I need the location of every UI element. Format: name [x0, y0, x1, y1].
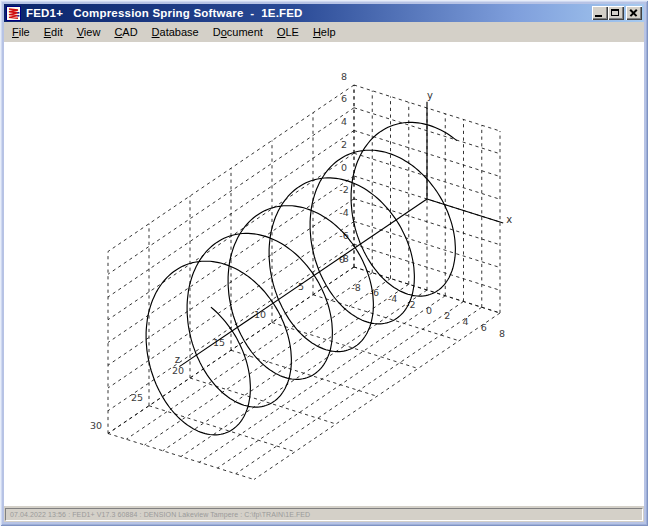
client-area: 86420-2-4-6-8-8-6-4-202468051015202530xy… — [4, 42, 644, 506]
y-tick-label: 0 — [341, 162, 347, 173]
x-tick-label: 2 — [444, 310, 450, 321]
grid-line — [236, 307, 482, 474]
window-title: FED1+ Compression Spring Software - 1E.F… — [26, 7, 592, 19]
minimize-button[interactable] — [592, 6, 608, 20]
grid-line — [108, 199, 354, 366]
status-text: 07.04.2022 13:56 : FED1+ V17.3 60884 : D… — [10, 511, 310, 518]
menu-item-view[interactable]: View — [70, 24, 108, 40]
x-tick-label: -6 — [370, 287, 379, 298]
grid-line — [163, 284, 409, 451]
maximize-button[interactable] — [608, 6, 624, 20]
grid-line — [254, 313, 500, 480]
spring-3d-plot: 86420-2-4-6-8-8-6-4-202468051015202530xy… — [4, 42, 644, 506]
x-tick-label: 6 — [481, 322, 487, 333]
menu-item-cad[interactable]: CAD — [107, 24, 144, 40]
y-tick-label: 2 — [341, 139, 347, 150]
maximize-icon — [611, 9, 619, 16]
y-tick-label: 8 — [341, 71, 347, 82]
y-tick-label: -4 — [339, 207, 348, 218]
status-bar: 07.04.2022 13:56 : FED1+ V17.3 60884 : D… — [4, 506, 644, 522]
y-tick-label: 4 — [341, 116, 347, 127]
app-window: FED1+ Compression Spring Software - 1E.F… — [0, 0, 648, 526]
menu-item-document[interactable]: Document — [206, 24, 270, 40]
window-controls — [592, 6, 644, 20]
x-tick-label: -4 — [388, 293, 397, 304]
title-bar[interactable]: FED1+ Compression Spring Software - 1E.F… — [4, 4, 644, 22]
close-button[interactable] — [626, 6, 642, 20]
y-tick-label: -2 — [339, 184, 348, 195]
z-tick-label: 30 — [90, 420, 102, 431]
menu-item-database[interactable]: Database — [145, 24, 206, 40]
y-tick-label: 6 — [341, 93, 347, 104]
menu-item-edit[interactable]: Edit — [37, 24, 70, 40]
x-axis — [427, 199, 503, 223]
status-panel: 07.04.2022 13:56 : FED1+ V17.3 60884 : D… — [5, 508, 643, 521]
menu-item-help[interactable]: Help — [306, 24, 343, 40]
y-axis-label: y — [427, 90, 433, 101]
z-axis-label: z — [175, 354, 180, 365]
grid-line — [126, 273, 372, 440]
y-tick-label: -6 — [339, 230, 348, 241]
x-tick-label: 8 — [499, 328, 505, 339]
menu-item-ole[interactable]: OLE — [270, 24, 306, 40]
grid-line — [108, 131, 354, 298]
grid-line — [354, 199, 500, 245]
menu-item-file[interactable]: File — [5, 24, 37, 40]
x-tick-label: 4 — [462, 316, 468, 327]
grid-line — [354, 244, 500, 290]
x-axis-label: x — [506, 214, 512, 225]
spring-helix — [146, 122, 457, 434]
x-tick-label: -8 — [351, 282, 360, 293]
minimize-icon — [595, 15, 602, 17]
z-tick-label: 20 — [172, 365, 184, 376]
menu-bar: FileEditViewCADDatabaseDocumentOLEHelp — [4, 22, 644, 42]
spring-icon — [6, 6, 21, 21]
z-axis — [179, 199, 427, 367]
z-tick-label: 25 — [131, 392, 143, 403]
grid-line — [272, 323, 418, 369]
x-tick-label: 0 — [426, 305, 432, 316]
